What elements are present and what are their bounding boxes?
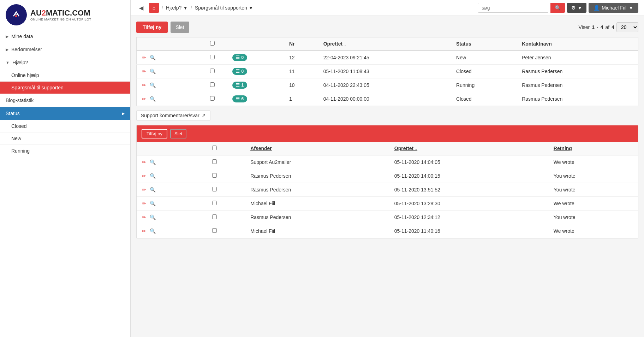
col-header-status[interactable]: Status — [452, 37, 518, 51]
edit-icon[interactable]: ✏ — [141, 159, 147, 166]
row-kontaktnavn: Peter Jensen — [518, 51, 638, 65]
search-button[interactable]: 🔍 — [550, 3, 565, 13]
chevron-right-icon: ▶ — [122, 111, 125, 116]
search-input[interactable] — [478, 3, 548, 13]
gear-dropdown-arrow: ▼ — [577, 5, 582, 11]
comment-checkbox[interactable] — [212, 228, 217, 233]
comment-checkbox[interactable] — [212, 214, 217, 219]
select-all-checkbox[interactable] — [210, 41, 215, 46]
row-checkbox-cell — [196, 51, 228, 65]
edit-icon[interactable]: ✏ — [141, 68, 147, 75]
main-toolbar: Tilføj ny Slet Viser 1 - 4 af 4 20 50 10… — [136, 22, 638, 33]
row-checkbox[interactable] — [210, 82, 215, 87]
sidebar-item-running[interactable]: Running — [0, 145, 130, 157]
logo-text: AU2MATIC.COM ONLINE MARKETING ON AUTOPIL… — [30, 8, 91, 21]
comment-row: ✏ 🔍 Michael Fiil 05-11-2020 11:40:16 We … — [137, 224, 638, 238]
sidebar-item-online-hjaelp[interactable]: Online hjælp — [0, 69, 130, 82]
col-header-kontaktnavn[interactable]: Kontaktnavn — [518, 37, 638, 51]
comment-checkbox[interactable] — [212, 187, 217, 191]
comment-afsender: Support Au2mailer — [246, 155, 390, 169]
search-area: 🔍 ⚙ ▼ 👤 Michael Fiil ▼ — [478, 3, 638, 13]
search-row-icon[interactable]: 🔍 — [149, 82, 157, 89]
col-header-nr[interactable]: Nr — [285, 37, 319, 51]
sidebar-item-sporgsmal[interactable]: Spørgsmål til supporten — [0, 82, 130, 94]
search-row-icon[interactable]: 🔍 — [149, 200, 157, 207]
page-content: Tilføj ny Slet Viser 1 - 4 af 4 20 50 10… — [131, 16, 644, 337]
comments-delete-button[interactable]: Slet — [170, 129, 186, 138]
logo: AU2MATIC.COM ONLINE MARKETING ON AUTOPIL… — [0, 0, 130, 30]
edit-icon[interactable]: ✏ — [141, 186, 147, 193]
col-header-oprettet[interactable]: Oprettet ↓ — [390, 142, 549, 155]
row-kontaktnavn: Rasmus Pedersen — [518, 65, 638, 78]
delete-button[interactable]: Slet — [171, 22, 189, 33]
sidebar-item-mine-data[interactable]: ▶ Mine data — [0, 30, 130, 43]
comments-add-button[interactable]: Tilføj ny — [142, 129, 167, 138]
search-row-icon[interactable]: 🔍 — [149, 186, 157, 193]
row-checkbox[interactable] — [210, 69, 215, 73]
pager-total: 4 — [612, 24, 614, 30]
home-icon[interactable]: ⌂ — [149, 3, 159, 13]
breadcrumb-sporgsmal[interactable]: Spørgsmål til supporten ▼ — [195, 5, 254, 11]
edit-icon[interactable]: ✏ — [141, 227, 147, 235]
list-icon: ☰ — [236, 96, 240, 101]
support-link[interactable]: Support kommentarer/svar ↗ — [136, 110, 210, 121]
badge-count: 1 — [241, 83, 244, 88]
back-button[interactable]: ◀ — [136, 3, 146, 13]
sidebar-item-hjaelp[interactable]: ▼ Hjælp? — [0, 56, 130, 69]
badge-count: 0 — [241, 69, 244, 74]
row-status: Closed — [452, 65, 518, 78]
col-header-oprettet[interactable]: Oprettet ↓ — [319, 37, 452, 51]
add-button[interactable]: Tilføj ny — [136, 22, 168, 33]
sidebar-item-new[interactable]: New — [0, 132, 130, 145]
row-status: Running — [452, 78, 518, 92]
comment-checkbox-cell — [208, 183, 246, 197]
sidebar-item-closed[interactable]: Closed — [0, 120, 130, 132]
edit-icon[interactable]: ✏ — [141, 214, 147, 221]
comment-checkbox-cell — [208, 211, 246, 224]
gear-button[interactable]: ⚙ ▼ — [567, 3, 586, 13]
main-table: Nr Oprettet ↓ Status Kontaktnavn ✏ 🔍 ☰ 0… — [136, 37, 638, 106]
arrow-icon: ▶ — [6, 47, 8, 52]
row-badge-cell: ☰ 0 — [228, 65, 285, 78]
comment-checkbox[interactable] — [212, 201, 217, 205]
search-row-icon[interactable]: 🔍 — [149, 172, 157, 179]
support-link-label: Support kommentarer/svar — [141, 113, 199, 118]
sidebar-item-bedommelser[interactable]: ▶ Bedømmelser — [0, 43, 130, 56]
edit-icon[interactable]: ✏ — [141, 200, 147, 207]
row-oprettet: 04-11-2020 22:43:05 — [319, 78, 452, 92]
comment-afsender: Rasmus Pedersen — [246, 211, 390, 224]
row-checkbox[interactable] — [210, 55, 215, 59]
search-row-icon[interactable]: 🔍 — [149, 214, 157, 221]
badge: ☰ 0 — [232, 54, 247, 61]
comment-oprettet: 05-11-2020 14:04:05 — [390, 155, 549, 169]
row-checkbox[interactable] — [210, 96, 215, 101]
sidebar-label: Status — [6, 111, 20, 116]
search-row-icon[interactable]: 🔍 — [149, 54, 157, 61]
comment-checkbox[interactable] — [212, 159, 217, 164]
row-checkbox-cell — [196, 92, 228, 106]
badge: ☰ 1 — [232, 82, 247, 89]
pager-size-select[interactable]: 20 50 100 — [616, 22, 638, 32]
breadcrumb-hjaelp[interactable]: Hjælp? ▼ — [166, 5, 188, 11]
edit-icon[interactable]: ✏ — [141, 82, 147, 89]
sidebar-item-status[interactable]: Status ▶ — [0, 107, 130, 120]
search-row-icon[interactable]: 🔍 — [149, 95, 157, 102]
search-row-icon[interactable]: 🔍 — [149, 68, 157, 75]
user-dropdown-arrow: ▼ — [628, 5, 633, 11]
sidebar-label: Blog-statistik — [6, 97, 34, 103]
table-row: ✏ 🔍 ☰ 0 12 22-04-2023 09:21:45 New Peter… — [137, 51, 638, 65]
edit-icon[interactable]: ✏ — [141, 95, 147, 102]
comments-select-all[interactable] — [212, 146, 217, 150]
edit-icon[interactable]: ✏ — [141, 172, 147, 179]
edit-icon[interactable]: ✏ — [141, 54, 147, 61]
search-row-icon[interactable]: 🔍 — [149, 159, 157, 166]
search-row-icon[interactable]: 🔍 — [149, 227, 157, 235]
comment-checkbox[interactable] — [212, 173, 217, 178]
pager-dash: - — [597, 24, 598, 30]
col-header-retning[interactable]: Retning — [549, 142, 638, 155]
row-nr: 12 — [285, 51, 319, 65]
sidebar-label: Hjælp? — [12, 60, 28, 65]
col-header-afsender[interactable]: Afsender — [246, 142, 390, 155]
user-menu-button[interactable]: 👤 Michael Fiil ▼ — [589, 3, 638, 13]
sidebar-item-blog-statistik[interactable]: Blog-statistik — [0, 94, 130, 107]
